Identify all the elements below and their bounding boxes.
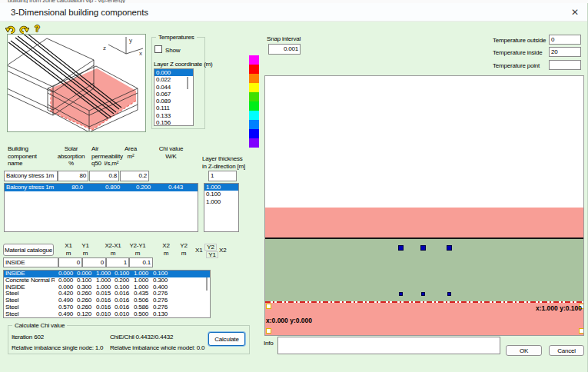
geometry-row[interactable]: Steel 0.490 0.120 0.010 0.010 0.500 0.13… (4, 311, 210, 318)
geometry-name-input[interactable]: INSIDE (3, 257, 58, 267)
node-marker[interactable] (398, 245, 404, 251)
section-canvas[interactable]: x:1.000 y:0.100 x:0.000 y:0.000 (264, 75, 584, 336)
color-scale-cell (249, 74, 259, 83)
thickness-list[interactable]: 1.0000.1001.000 (204, 183, 239, 232)
temperature-point-input[interactable] (549, 60, 581, 70)
snap-interval-input[interactable]: 0.001 (268, 44, 301, 55)
layer-band-pink-top[interactable] (265, 208, 584, 237)
dialog-titlebar[interactable]: 3-Dimensional building components ✕ (0, 3, 587, 22)
svg-text:z: z (103, 45, 106, 51)
thickness-item[interactable]: 1.000 (204, 184, 238, 191)
temperature-outside-label: Temperature outside (493, 37, 546, 44)
ok-button[interactable]: OK (506, 345, 542, 356)
solar-absorption-input[interactable]: 80 (58, 171, 88, 181)
geometry-y1-input[interactable]: 0 (82, 257, 106, 267)
header-y2y1: Y2-Y1m (128, 242, 148, 257)
color-scale-cell (249, 83, 259, 92)
calculate-group-label: Calculate Chi value (12, 322, 67, 329)
header-air-permeability: Airpermeabilityq50 l/s,m² (91, 145, 123, 168)
color-scale-cell (249, 55, 259, 65)
header-chi-value: Chi valueW/K (154, 145, 188, 160)
color-scale (249, 55, 259, 148)
help-icon[interactable]: ? (35, 24, 40, 33)
preview-3d[interactable]: y z x (7, 34, 146, 132)
geometry-dy-input[interactable]: 0.1 (129, 257, 153, 267)
temperature-inside-label: Temperature inside (493, 49, 542, 56)
dialog-title: 3-Dimensional building components (11, 8, 148, 17)
geometry-x1-input[interactable]: 0 (58, 257, 82, 267)
layer-z-item[interactable]: 0.133 (154, 112, 193, 119)
layer-z-item[interactable]: 0.089 (154, 98, 193, 105)
info-label: Info (264, 340, 274, 347)
show-checkbox[interactable] (154, 45, 162, 53)
color-scale-cell (249, 65, 259, 74)
header-y1: Y1m (75, 242, 95, 257)
geometry-scrollbar[interactable] (206, 277, 208, 291)
iteration-text: Iteration 602 (12, 334, 44, 340)
selection-handle[interactable] (266, 328, 271, 334)
coordinate-bottom-left: x:0.000 y:0.000 (266, 317, 312, 324)
color-scale-cell (249, 111, 259, 120)
calculate-group: Calculate Chi value Iteration 602 ChiE/C… (8, 325, 250, 354)
axis-hint-x1: X1 (195, 247, 202, 254)
layer-z-label: Layer Z coordinate (m) (154, 61, 213, 68)
geometry-dx-input[interactable]: 1 (106, 257, 129, 267)
header-y2: Y2m (174, 242, 194, 257)
temperature-inside-input[interactable]: 20 (549, 47, 581, 57)
imbalance-model-text: Relative imbalance whole model: 0.0 (110, 344, 204, 351)
show-checkbox-label: Show (165, 47, 180, 54)
layer-z-item[interactable]: 0.111 (154, 105, 193, 111)
info-input[interactable] (277, 337, 500, 354)
header-x2x1: X2-X1m (103, 242, 123, 257)
layer-z-item[interactable]: 0.000 (154, 69, 193, 76)
header-building-component-name: Buildingcomponentname (8, 145, 37, 168)
color-scale-cell (249, 101, 259, 111)
layer-z-item[interactable]: 0.156 (154, 119, 193, 126)
area-input[interactable]: 0.2 (120, 171, 149, 181)
components-list[interactable]: Balcony stress 1m 80.0 0.800 0.200 0.443 (4, 183, 198, 232)
thickness-item[interactable]: 0.100 (204, 191, 238, 198)
svg-text:x: x (139, 50, 142, 57)
material-catalogue-button[interactable]: Material catalogue (3, 244, 54, 256)
axis-hint-box-y2: Y2 (204, 244, 217, 251)
cancel-button[interactable]: Cancel (549, 345, 584, 356)
axis-hint-y2: Y2 (207, 244, 214, 251)
node-marker[interactable] (421, 292, 425, 296)
node-marker[interactable] (420, 245, 426, 251)
axis-hint-x2: X2 (219, 247, 226, 254)
dialog-3d-building-components: 3-Dimensional building components ✕ ? (0, 3, 588, 372)
close-button[interactable]: ✕ (569, 7, 581, 18)
snap-interval-label: Snap interval (267, 35, 301, 42)
node-marker[interactable] (399, 292, 403, 296)
node-marker[interactable] (447, 292, 451, 296)
component-row[interactable]: Balcony stress 1m 80.0 0.800 0.200 0.443 (5, 184, 198, 191)
selection-handle[interactable] (579, 328, 584, 334)
axis-hint-box-y1: Y1 (206, 251, 218, 258)
color-scale-cell (249, 129, 259, 138)
geometry-list[interactable]: INSIDE 0.000 0.000 1.000 0.100 1.000 0.1… (3, 270, 211, 318)
temperatures-group-label: Temperatures (156, 34, 197, 41)
temperature-outside-input[interactable]: 0 (549, 35, 581, 45)
layer-z-scrollbar[interactable] (187, 77, 188, 89)
color-scale-cell (249, 120, 259, 129)
coordinate-top-right: x:1.000 y:0.100 (536, 304, 582, 312)
temperature-point-label: Temperature point (493, 62, 540, 69)
calculate-button[interactable]: Calculate (208, 332, 245, 346)
thickness-item[interactable]: 1.000 (204, 198, 238, 205)
header-solar-absorption: Solarabsorption% (54, 145, 88, 168)
chi-ratio-text: ChiE/Chil 0.4432/0.4432 (110, 334, 173, 340)
component-name-input[interactable]: Balcony stress 1m (4, 171, 58, 181)
selection-handle[interactable] (266, 304, 271, 309)
imbalance-node-text: Relative imbalance single node: 1.0 (12, 344, 103, 351)
header-layer-thickness: Layer thicknessin Z-direction [m] (202, 155, 245, 170)
node-marker[interactable] (447, 245, 452, 251)
air-permeability-input[interactable]: 0.8 (89, 171, 119, 181)
axis-hint-y1: Y1 (208, 251, 215, 258)
color-scale-cell (249, 138, 259, 148)
layer-thickness-input[interactable]: 1 (208, 171, 237, 181)
wireframe-drawing: y z x (8, 35, 145, 131)
layer-z-item[interactable]: 0.067 (154, 91, 193, 98)
svg-text:y: y (129, 37, 132, 44)
header-area: Aream² (120, 145, 141, 160)
color-scale-cell (249, 92, 259, 101)
